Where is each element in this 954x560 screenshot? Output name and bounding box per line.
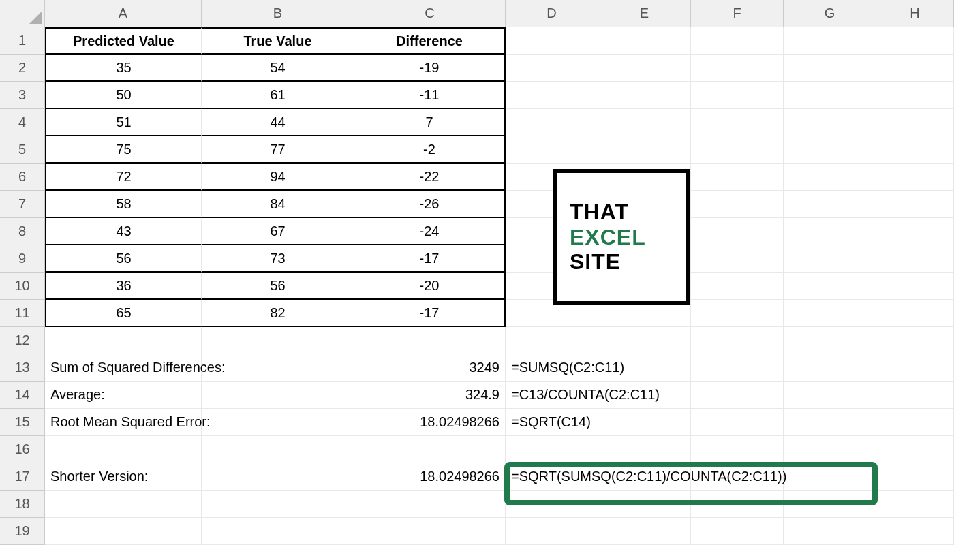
cell-F6[interactable]	[691, 164, 784, 191]
cell-C7[interactable]: -26	[354, 191, 506, 218]
cell-G8[interactable]	[784, 218, 876, 245]
cell-H17[interactable]	[876, 463, 954, 491]
cell-F7[interactable]	[691, 191, 784, 218]
cell-B19[interactable]	[202, 518, 354, 545]
cell-F2[interactable]	[691, 55, 784, 82]
cell-G1[interactable]	[784, 27, 876, 55]
cell-F13[interactable]	[691, 354, 784, 382]
cell-B9[interactable]: 73	[202, 245, 354, 273]
cell-H18[interactable]	[876, 491, 954, 518]
cell-B11[interactable]: 82	[202, 300, 354, 327]
col-header-G[interactable]: G	[784, 0, 876, 27]
cell-C9[interactable]: -17	[354, 245, 506, 273]
cell-A8[interactable]: 43	[45, 218, 202, 245]
col-header-A[interactable]: A	[45, 0, 202, 27]
cell-D3[interactable]	[506, 82, 598, 109]
cell-G18[interactable]	[784, 491, 876, 518]
cell-F9[interactable]	[691, 245, 784, 273]
cell-E4[interactable]	[598, 109, 691, 136]
cell-C16[interactable]	[354, 436, 506, 463]
cell-A16[interactable]	[45, 436, 202, 463]
cell-A18[interactable]	[45, 491, 202, 518]
cell-A12[interactable]	[45, 327, 202, 354]
col-header-H[interactable]: H	[876, 0, 954, 27]
cell-F15[interactable]	[691, 409, 784, 436]
row-header-4[interactable]: 4	[0, 109, 45, 136]
cell-B10[interactable]: 56	[202, 273, 354, 300]
cell-G15[interactable]	[784, 409, 876, 436]
col-header-D[interactable]: D	[506, 0, 598, 27]
cell-F5[interactable]	[691, 136, 784, 164]
cell-A2[interactable]: 35	[45, 55, 202, 82]
cell-H16[interactable]	[876, 436, 954, 463]
cell-C3[interactable]: -11	[354, 82, 506, 109]
cell-C10[interactable]: -20	[354, 273, 506, 300]
cell-A3[interactable]: 50	[45, 82, 202, 109]
cell-G7[interactable]	[784, 191, 876, 218]
col-header-B[interactable]: B	[202, 0, 354, 27]
cell-C15[interactable]: 18.02498266	[354, 409, 506, 436]
cell-D17[interactable]: =SQRT(SUMSQ(C2:C11)/COUNTA(C2:C11))	[506, 463, 598, 491]
cell-D16[interactable]	[506, 436, 598, 463]
cell-G2[interactable]	[784, 55, 876, 82]
cell-B8[interactable]: 67	[202, 218, 354, 245]
cell-F18[interactable]	[691, 491, 784, 518]
col-header-E[interactable]: E	[598, 0, 691, 27]
cell-G11[interactable]	[784, 300, 876, 327]
cell-E18[interactable]	[598, 491, 691, 518]
cell-B16[interactable]	[202, 436, 354, 463]
cell-E2[interactable]	[598, 55, 691, 82]
cell-B2[interactable]: 54	[202, 55, 354, 82]
cell-H2[interactable]	[876, 55, 954, 82]
row-header-1[interactable]: 1	[0, 27, 45, 55]
cell-A9[interactable]: 56	[45, 245, 202, 273]
cell-A1[interactable]: Predicted Value	[45, 27, 202, 55]
cell-H11[interactable]	[876, 300, 954, 327]
cell-A5[interactable]: 75	[45, 136, 202, 164]
cell-F10[interactable]	[691, 273, 784, 300]
cell-C11[interactable]: -17	[354, 300, 506, 327]
cell-B3[interactable]: 61	[202, 82, 354, 109]
row-header-8[interactable]: 8	[0, 218, 45, 245]
cell-G3[interactable]	[784, 82, 876, 109]
cell-D14[interactable]: =C13/COUNTA(C2:C11)	[506, 382, 598, 409]
row-header-19[interactable]: 19	[0, 518, 45, 545]
row-header-3[interactable]: 3	[0, 82, 45, 109]
cell-G10[interactable]	[784, 273, 876, 300]
col-header-C[interactable]: C	[354, 0, 506, 27]
cell-F8[interactable]	[691, 218, 784, 245]
cell-C4[interactable]: 7	[354, 109, 506, 136]
cell-D5[interactable]	[506, 136, 598, 164]
cell-A11[interactable]: 65	[45, 300, 202, 327]
cell-H3[interactable]	[876, 82, 954, 109]
cell-B6[interactable]: 94	[202, 164, 354, 191]
cell-F11[interactable]	[691, 300, 784, 327]
cell-H4[interactable]	[876, 109, 954, 136]
row-header-17[interactable]: 17	[0, 463, 45, 491]
cell-H5[interactable]	[876, 136, 954, 164]
cell-H7[interactable]	[876, 191, 954, 218]
row-header-7[interactable]: 7	[0, 191, 45, 218]
row-header-14[interactable]: 14	[0, 382, 45, 409]
cell-F3[interactable]	[691, 82, 784, 109]
cell-G9[interactable]	[784, 245, 876, 273]
cell-H19[interactable]	[876, 518, 954, 545]
cell-B1[interactable]: True Value	[202, 27, 354, 55]
row-header-12[interactable]: 12	[0, 327, 45, 354]
row-header-10[interactable]: 10	[0, 273, 45, 300]
cell-G5[interactable]	[784, 136, 876, 164]
cell-H13[interactable]	[876, 354, 954, 382]
cell-D15[interactable]: =SQRT(C14)	[506, 409, 598, 436]
cell-A10[interactable]: 36	[45, 273, 202, 300]
row-header-13[interactable]: 13	[0, 354, 45, 382]
cell-D18[interactable]	[506, 491, 598, 518]
cell-G19[interactable]	[784, 518, 876, 545]
cell-G17[interactable]	[784, 463, 876, 491]
cell-A13[interactable]: Sum of Squared Differences:	[45, 354, 202, 382]
cell-A19[interactable]	[45, 518, 202, 545]
cell-C2[interactable]: -19	[354, 55, 506, 82]
cell-E15[interactable]	[598, 409, 691, 436]
row-header-18[interactable]: 18	[0, 491, 45, 518]
cell-F12[interactable]	[691, 327, 784, 354]
cell-D2[interactable]	[506, 55, 598, 82]
